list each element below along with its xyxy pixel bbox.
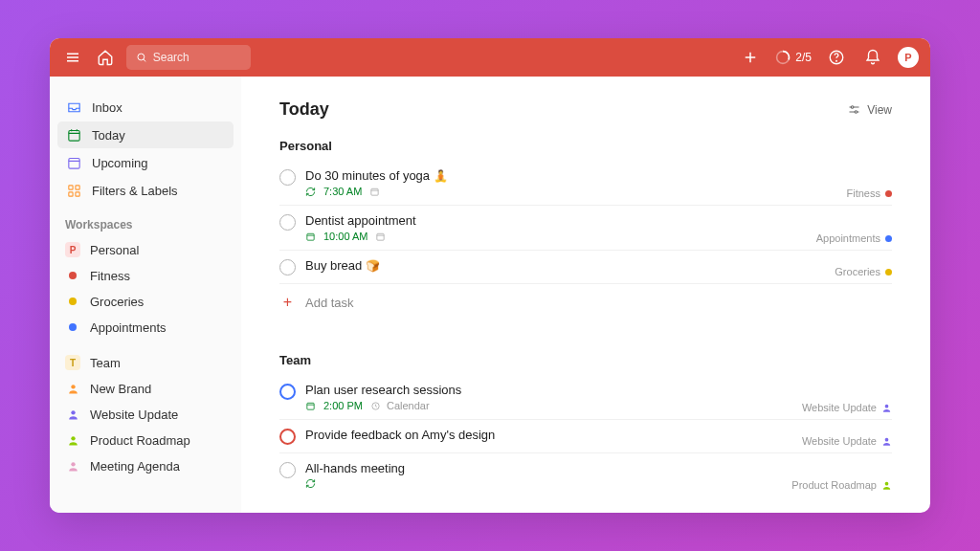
avatar[interactable]: P: [898, 47, 919, 68]
search-box[interactable]: [126, 45, 251, 70]
svg-point-30: [855, 111, 858, 114]
sidebar-item-inbox[interactable]: Inbox: [57, 94, 234, 121]
task-tag[interactable]: Website Update: [802, 402, 892, 413]
task-checkbox[interactable]: [279, 429, 296, 445]
project-label: Appointments: [90, 320, 167, 335]
task-time: 10:00 AM: [323, 231, 368, 242]
svg-rect-22: [75, 191, 78, 195]
main-content: Today View Personal Do 30 minutes of yog…: [241, 77, 930, 513]
task-row[interactable]: All-hands meeting Product Roadmap: [279, 453, 892, 496]
calendar-mini-icon: [375, 231, 386, 242]
task-tag[interactable]: Website Update: [802, 435, 892, 447]
view-label: View: [867, 103, 892, 117]
project-product-roadmap[interactable]: Product Roadmap: [57, 428, 234, 452]
app-window: 2/5 P Inbox Today: [50, 38, 930, 513]
tag-dot: [885, 235, 892, 242]
tag-dot: [885, 190, 892, 197]
recurring-icon: [305, 187, 316, 197]
workspace-personal[interactable]: P Personal: [57, 237, 234, 262]
svg-point-40: [885, 404, 889, 408]
svg-line-4: [144, 59, 145, 61]
sidebar-item-label: Inbox: [92, 100, 122, 115]
project-label: Website Update: [90, 408, 178, 422]
svg-rect-31: [371, 188, 378, 195]
plus-icon: +: [279, 294, 296, 311]
search-input[interactable]: [153, 51, 241, 64]
task-tag[interactable]: Fitness: [847, 187, 892, 199]
svg-rect-20: [75, 185, 78, 188]
project-new-brand[interactable]: New Brand: [57, 376, 234, 401]
person-icon: [65, 407, 80, 422]
task-title: Plan user research sessions: [305, 383, 892, 397]
project-appointments[interactable]: Appointments: [57, 315, 234, 340]
workspaces-header: Workspaces: [57, 205, 234, 237]
add-task-button[interactable]: + Add task: [279, 284, 892, 320]
task-checkbox[interactable]: [279, 462, 296, 478]
sidebar-item-filters[interactable]: Filters & Labels: [57, 177, 234, 204]
project-label: Groceries: [90, 295, 144, 309]
filters-icon: [65, 182, 82, 199]
sidebar-item-label: Today: [92, 128, 125, 143]
project-label: New Brand: [90, 382, 151, 396]
home-icon[interactable]: [94, 46, 117, 69]
person-icon: [65, 381, 80, 396]
task-row[interactable]: Dentist appointment 10:00 AM Appointment…: [279, 206, 892, 251]
add-icon[interactable]: [739, 46, 762, 69]
calendar-label: Calendar: [370, 400, 430, 411]
project-label: Meeting Agenda: [90, 459, 180, 474]
sidebar-item-today[interactable]: Today: [57, 121, 234, 148]
sidebar-item-label: Filters & Labels: [92, 184, 178, 198]
task-title: Do 30 minutes of yoga 🧘: [305, 168, 892, 183]
sidebar: Inbox Today Upcoming Filters & Labels: [50, 77, 241, 513]
help-icon[interactable]: [825, 46, 848, 69]
task-tag[interactable]: Groceries: [835, 266, 892, 277]
project-dot: [65, 320, 80, 335]
project-fitness[interactable]: Fitness: [57, 263, 234, 288]
project-website-update[interactable]: Website Update: [57, 402, 234, 427]
task-time: 7:30 AM: [323, 186, 362, 197]
task-checkbox[interactable]: [279, 259, 296, 276]
task-checkbox[interactable]: [279, 169, 296, 186]
progress-indicator[interactable]: 2/5: [775, 50, 812, 65]
task-tag[interactable]: Appointments: [816, 232, 892, 244]
emoji-yoga: 🧘: [434, 169, 448, 183]
app-body: Inbox Today Upcoming Filters & Labels: [50, 77, 930, 513]
notifications-icon[interactable]: [861, 46, 884, 69]
person-icon: [881, 480, 892, 491]
section-title-team: Team: [279, 353, 892, 367]
workspace-team[interactable]: T Team: [57, 350, 234, 375]
workspace-badge: P: [65, 242, 80, 257]
task-row[interactable]: Do 30 minutes of yoga 🧘 7:30 AM Fitness: [279, 161, 892, 206]
topbar: 2/5 P: [50, 38, 930, 77]
svg-rect-19: [68, 185, 72, 188]
progress-text: 2/5: [795, 51, 812, 64]
task-row[interactable]: Provide feedback on Amy's design Website…: [279, 420, 892, 453]
project-groceries[interactable]: Groceries: [57, 289, 234, 314]
person-icon: [881, 436, 892, 447]
project-label: Fitness: [90, 269, 130, 283]
task-row[interactable]: Buy bread 🍞 Groceries: [279, 251, 892, 284]
search-icon: [136, 51, 147, 64]
svg-point-42: [885, 481, 889, 485]
task-checkbox[interactable]: [279, 214, 296, 231]
progress-ring-icon: [775, 50, 791, 65]
svg-point-9: [836, 60, 837, 61]
add-task-label: Add task: [305, 296, 354, 310]
sliders-icon: [847, 102, 861, 117]
menu-icon[interactable]: [61, 46, 84, 69]
workspace-label: Personal: [90, 243, 139, 257]
project-meeting-agenda[interactable]: Meeting Agenda: [57, 453, 234, 478]
emoji-bread: 🍞: [366, 259, 380, 273]
view-button[interactable]: View: [847, 102, 892, 117]
recurring-icon: [305, 478, 316, 489]
svg-point-3: [138, 54, 145, 60]
person-icon: [881, 403, 892, 413]
svg-rect-33: [307, 233, 314, 240]
tag-dot: [885, 269, 892, 276]
sidebar-item-upcoming[interactable]: Upcoming: [57, 149, 234, 176]
task-tag[interactable]: Product Roadmap: [791, 479, 892, 491]
svg-point-24: [71, 410, 75, 414]
person-icon: [65, 458, 80, 474]
task-checkbox[interactable]: [279, 384, 296, 400]
task-row[interactable]: Plan user research sessions 2:00 PM Cale…: [279, 375, 892, 420]
